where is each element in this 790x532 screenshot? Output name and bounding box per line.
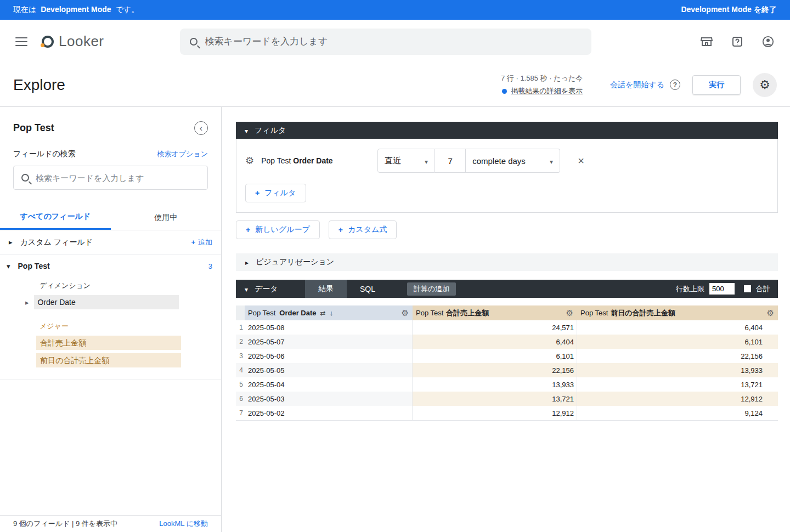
cell-prev-day-sales[interactable]: 22,156 — [577, 349, 778, 363]
view-group-pop-test[interactable]: Pop Test 3 — [0, 254, 221, 278]
filter-operator-select[interactable]: 直近 — [377, 149, 435, 173]
row-number: 5 — [236, 377, 245, 392]
data-section-toggle[interactable]: データ — [236, 284, 305, 294]
column-prefix: Pop Test — [248, 309, 275, 317]
cell-order-date[interactable]: 2025-05-02 — [245, 406, 413, 420]
global-search-input[interactable] — [205, 36, 582, 47]
filter-gear-icon[interactable] — [245, 155, 254, 167]
tab-sql[interactable]: SQL — [347, 280, 388, 298]
global-search[interactable] — [180, 29, 591, 55]
help-icon[interactable] — [731, 35, 744, 48]
add-calculation-button[interactable]: 計算の追加 — [407, 282, 456, 296]
table-header-row: Pop Test Order Date Pop Test 合計売上金額 Pop … — [236, 305, 778, 320]
cell-total-sales[interactable]: 22,156 — [413, 363, 577, 377]
filter-value-input[interactable] — [435, 149, 465, 172]
explore-settings-button[interactable] — [753, 73, 777, 97]
cell-order-date[interactable]: 2025-05-05 — [245, 363, 413, 377]
custom-fields-section[interactable]: カスタム フィールド 追加 — [0, 230, 221, 254]
exit-dev-mode-link[interactable]: Development Mode を終了 — [681, 5, 777, 15]
run-button[interactable]: 実行 — [692, 75, 741, 95]
filters-section-header[interactable]: フィルタ — [236, 122, 778, 139]
cell-total-sales[interactable]: 6,101 — [413, 349, 577, 363]
page-title: Explore — [13, 76, 65, 94]
table-row: 72025-05-0212,9129,124 — [236, 406, 778, 420]
visualization-section-header[interactable]: ビジュアリゼーション — [236, 253, 778, 271]
menu-icon[interactable] — [15, 37, 27, 46]
conversation-help-icon[interactable] — [670, 80, 680, 90]
explore-actions: 7 行 · 1.585 秒 · たった今 掲載結果の詳細を表示 会話を開始する … — [501, 73, 777, 97]
results-table: Pop Test Order Date Pop Test 合計売上金額 Pop … — [236, 305, 778, 421]
plus-icon — [191, 238, 195, 246]
cell-order-date[interactable]: 2025-05-07 — [245, 335, 413, 349]
totals-checkbox[interactable] — [744, 285, 751, 292]
dev-mode-message: 現在は Development Mode です。 — [13, 5, 141, 15]
column-name: Order Date — [279, 309, 316, 317]
go-to-lookml-link[interactable]: LookML に移動 — [159, 519, 208, 529]
cell-order-date[interactable]: 2025-05-03 — [245, 392, 413, 406]
divider — [0, 380, 221, 380]
collapse-sidebar-button[interactable] — [194, 121, 208, 135]
column-gear-icon[interactable] — [767, 308, 774, 318]
custom-fields-label: カスタム フィールド — [20, 237, 93, 247]
column-header-order-date[interactable]: Pop Test Order Date — [245, 305, 413, 320]
data-section-header: データ 結果 SQL 計算の追加 行数上限 合計 — [236, 280, 778, 298]
column-gear-icon[interactable] — [402, 308, 409, 318]
table-row: 42025-05-0522,15613,933 — [236, 363, 778, 377]
field-search-input[interactable] — [36, 173, 200, 183]
cell-prev-day-sales[interactable]: 13,721 — [577, 377, 778, 392]
add-filter-button[interactable]: フィルタ — [245, 184, 306, 202]
field-picker-sidebar: Pop Test フィールドの検索 検索オプション すべてのフィールド 使用中 … — [0, 107, 222, 532]
remove-filter-icon[interactable] — [578, 155, 584, 167]
cell-prev-day-sales[interactable]: 6,404 — [577, 320, 778, 335]
visualization-section-label: ビジュアリゼーション — [256, 257, 334, 267]
cell-prev-day-sales[interactable]: 12,912 — [577, 392, 778, 406]
field-search[interactable] — [13, 166, 208, 190]
cell-total-sales[interactable]: 13,933 — [413, 377, 577, 392]
row-number-header — [236, 305, 245, 320]
results-details-link[interactable]: 掲載結果の詳細を表示 — [511, 86, 583, 96]
column-name: 合計売上金額 — [446, 308, 489, 318]
field-total-sales[interactable]: 合計売上金額 — [36, 336, 181, 350]
tab-results[interactable]: 結果 — [305, 280, 347, 298]
field-order-date[interactable]: Order Date — [34, 295, 179, 309]
custom-expression-button[interactable]: カスタム式 — [329, 220, 397, 239]
looker-logo-text: Looker — [59, 33, 104, 50]
tab-all-fields[interactable]: すべてのフィールド — [0, 205, 111, 230]
tab-in-use[interactable]: 使用中 — [111, 205, 222, 230]
cell-total-sales[interactable]: 6,404 — [413, 335, 577, 349]
cell-total-sales[interactable]: 13,721 — [413, 392, 577, 406]
column-header-total-sales[interactable]: Pop Test 合計売上金額 — [413, 305, 577, 320]
looker-logo[interactable]: Looker — [42, 33, 104, 50]
filter-unit-select[interactable]: complete days — [466, 149, 560, 173]
marketplace-icon[interactable] — [700, 35, 713, 48]
filter-field-label: Pop Test Order Date — [261, 156, 377, 165]
search-options-link[interactable]: 検索オプション — [157, 149, 208, 159]
filter-operator-value: 直近 — [385, 156, 401, 166]
cell-order-date[interactable]: 2025-05-08 — [245, 320, 413, 335]
expand-icon[interactable] — [25, 298, 29, 307]
cell-total-sales[interactable]: 24,571 — [413, 320, 577, 335]
field-prev-day-sales[interactable]: 前日の合計売上金額 — [36, 353, 181, 367]
row-limit-input[interactable] — [709, 283, 735, 295]
cell-prev-day-sales[interactable]: 9,124 — [577, 406, 778, 420]
column-header-prev-day-sales[interactable]: Pop Test 前日の合計売上金額 — [577, 305, 778, 320]
add-custom-field-link[interactable]: 追加 — [191, 237, 212, 247]
cell-prev-day-sales[interactable]: 13,933 — [577, 363, 778, 377]
sort-desc-icon[interactable] — [330, 309, 334, 317]
row-number: 6 — [236, 392, 245, 406]
cell-order-date[interactable]: 2025-05-06 — [245, 349, 413, 363]
account-icon[interactable] — [761, 35, 775, 48]
column-gear-icon[interactable] — [566, 308, 573, 318]
start-conversation-link[interactable]: 会話を開始する — [610, 80, 664, 90]
chat-start: 会話を開始する — [610, 80, 680, 90]
cell-order-date[interactable]: 2025-05-04 — [245, 377, 413, 392]
explore-name: Pop Test — [13, 122, 54, 134]
field-tabs: すべてのフィールド 使用中 — [0, 205, 221, 230]
status-dot — [502, 89, 507, 94]
new-group-button[interactable]: 新しいグループ — [236, 220, 320, 239]
cell-prev-day-sales[interactable]: 6,101 — [577, 335, 778, 349]
reorder-icon[interactable] — [320, 309, 326, 317]
cell-total-sales[interactable]: 12,912 — [413, 406, 577, 420]
row-number: 3 — [236, 349, 245, 363]
plus-icon — [246, 225, 250, 234]
